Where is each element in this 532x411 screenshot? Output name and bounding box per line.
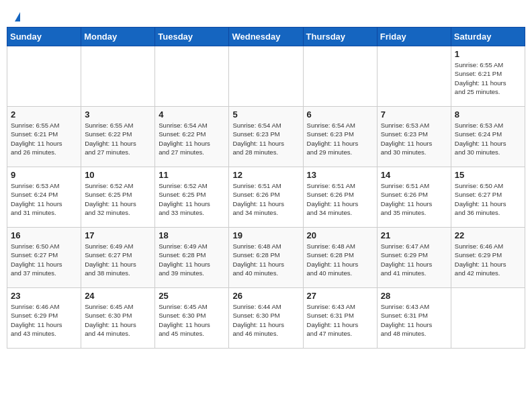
day-number: 10 [85, 170, 151, 180]
calendar-cell [377, 46, 451, 107]
calendar-cell [155, 46, 229, 107]
day-info: Sunrise: 6:47 AM Sunset: 6:29 PM Dayligh… [381, 242, 447, 277]
day-number: 22 [455, 230, 521, 240]
day-info: Sunrise: 6:50 AM Sunset: 6:27 PM Dayligh… [11, 242, 77, 277]
day-info: Sunrise: 6:48 AM Sunset: 6:28 PM Dayligh… [232, 242, 299, 277]
calendar-week-row: 23Sunrise: 6:46 AM Sunset: 6:29 PM Dayli… [7, 288, 525, 349]
day-info: Sunrise: 6:55 AM Sunset: 6:21 PM Dayligh… [11, 121, 77, 156]
day-number: 21 [381, 230, 447, 240]
calendar-cell: 22Sunrise: 6:46 AM Sunset: 6:29 PM Dayli… [451, 228, 525, 288]
calendar-cell: 13Sunrise: 6:51 AM Sunset: 6:26 PM Dayli… [303, 167, 377, 228]
day-info: Sunrise: 6:49 AM Sunset: 6:28 PM Dayligh… [159, 242, 225, 277]
calendar-cell: 10Sunrise: 6:52 AM Sunset: 6:25 PM Dayli… [81, 167, 155, 228]
day-number: 20 [307, 230, 373, 240]
calendar-cell [81, 46, 155, 107]
logo [13, 12, 20, 23]
calendar-cell: 18Sunrise: 6:49 AM Sunset: 6:28 PM Dayli… [155, 228, 229, 288]
day-number: 23 [11, 291, 77, 301]
day-number: 16 [11, 230, 77, 240]
calendar-cell: 6Sunrise: 6:54 AM Sunset: 6:23 PM Daylig… [303, 107, 377, 167]
day-info: Sunrise: 6:50 AM Sunset: 6:27 PM Dayligh… [455, 181, 521, 217]
day-info: Sunrise: 6:53 AM Sunset: 6:24 PM Dayligh… [455, 121, 521, 156]
day-number: 7 [381, 109, 447, 120]
calendar-cell: 9Sunrise: 6:53 AM Sunset: 6:24 PM Daylig… [7, 167, 81, 228]
calendar-cell [229, 46, 303, 107]
calendar-cell: 11Sunrise: 6:52 AM Sunset: 6:25 PM Dayli… [155, 167, 229, 228]
day-number: 15 [455, 170, 521, 180]
day-number: 2 [11, 109, 77, 120]
day-of-week-header: Monday [81, 28, 155, 46]
calendar-cell [451, 288, 525, 349]
calendar-cell: 3Sunrise: 6:55 AM Sunset: 6:22 PM Daylig… [81, 107, 155, 167]
day-of-week-header: Tuesday [155, 28, 229, 46]
day-info: Sunrise: 6:54 AM Sunset: 6:22 PM Dayligh… [159, 121, 225, 156]
day-info: Sunrise: 6:44 AM Sunset: 6:30 PM Dayligh… [232, 302, 299, 338]
calendar-cell: 28Sunrise: 6:43 AM Sunset: 6:31 PM Dayli… [377, 288, 451, 349]
day-number: 13 [307, 170, 373, 180]
calendar-cell: 17Sunrise: 6:49 AM Sunset: 6:27 PM Dayli… [81, 228, 155, 288]
day-info: Sunrise: 6:43 AM Sunset: 6:31 PM Dayligh… [307, 302, 373, 338]
calendar-week-row: 1Sunrise: 6:55 AM Sunset: 6:21 PM Daylig… [7, 46, 525, 107]
day-number: 12 [232, 170, 299, 180]
day-number: 26 [232, 291, 299, 301]
calendar-cell: 1Sunrise: 6:55 AM Sunset: 6:21 PM Daylig… [451, 46, 525, 107]
calendar-cell: 21Sunrise: 6:47 AM Sunset: 6:29 PM Dayli… [377, 228, 451, 288]
day-info: Sunrise: 6:46 AM Sunset: 6:29 PM Dayligh… [11, 302, 77, 338]
day-info: Sunrise: 6:51 AM Sunset: 6:26 PM Dayligh… [307, 181, 373, 217]
day-info: Sunrise: 6:51 AM Sunset: 6:26 PM Dayligh… [232, 181, 299, 217]
day-number: 18 [159, 230, 225, 240]
calendar-week-row: 2Sunrise: 6:55 AM Sunset: 6:21 PM Daylig… [7, 107, 525, 167]
calendar-week-row: 16Sunrise: 6:50 AM Sunset: 6:27 PM Dayli… [7, 228, 525, 288]
day-info: Sunrise: 6:53 AM Sunset: 6:23 PM Dayligh… [381, 121, 447, 156]
day-of-week-header: Thursday [303, 28, 377, 46]
calendar-week-row: 9Sunrise: 6:53 AM Sunset: 6:24 PM Daylig… [7, 167, 525, 228]
day-number: 8 [455, 109, 521, 120]
day-number: 1 [455, 49, 521, 59]
page-header [7, 7, 525, 27]
day-number: 6 [307, 109, 373, 120]
day-number: 3 [85, 109, 151, 120]
calendar-cell: 8Sunrise: 6:53 AM Sunset: 6:24 PM Daylig… [451, 107, 525, 167]
day-info: Sunrise: 6:46 AM Sunset: 6:29 PM Dayligh… [455, 242, 521, 277]
day-info: Sunrise: 6:52 AM Sunset: 6:25 PM Dayligh… [85, 181, 151, 217]
day-number: 14 [381, 170, 447, 180]
day-of-week-header: Friday [377, 28, 451, 46]
day-number: 17 [85, 230, 151, 240]
day-info: Sunrise: 6:49 AM Sunset: 6:27 PM Dayligh… [85, 242, 151, 277]
day-info: Sunrise: 6:52 AM Sunset: 6:25 PM Dayligh… [159, 181, 225, 217]
calendar-cell [7, 46, 81, 107]
day-info: Sunrise: 6:45 AM Sunset: 6:30 PM Dayligh… [159, 302, 225, 338]
logo-triangle-icon [15, 12, 20, 21]
calendar-cell [303, 46, 377, 107]
calendar-cell: 25Sunrise: 6:45 AM Sunset: 6:30 PM Dayli… [155, 288, 229, 349]
calendar-cell: 2Sunrise: 6:55 AM Sunset: 6:21 PM Daylig… [7, 107, 81, 167]
day-of-week-header: Saturday [451, 28, 525, 46]
day-info: Sunrise: 6:45 AM Sunset: 6:30 PM Dayligh… [85, 302, 151, 338]
day-number: 27 [307, 291, 373, 301]
day-info: Sunrise: 6:53 AM Sunset: 6:24 PM Dayligh… [11, 181, 77, 217]
calendar-header-row: SundayMondayTuesdayWednesdayThursdayFrid… [7, 28, 525, 46]
calendar-table: SundayMondayTuesdayWednesdayThursdayFrid… [7, 27, 525, 349]
day-info: Sunrise: 6:55 AM Sunset: 6:22 PM Dayligh… [85, 121, 151, 156]
day-info: Sunrise: 6:51 AM Sunset: 6:26 PM Dayligh… [381, 181, 447, 217]
day-number: 9 [11, 170, 77, 180]
day-info: Sunrise: 6:48 AM Sunset: 6:28 PM Dayligh… [307, 242, 373, 277]
day-number: 11 [159, 170, 225, 180]
calendar-cell: 26Sunrise: 6:44 AM Sunset: 6:30 PM Dayli… [229, 288, 303, 349]
calendar-cell: 27Sunrise: 6:43 AM Sunset: 6:31 PM Dayli… [303, 288, 377, 349]
day-number: 4 [159, 109, 225, 120]
calendar-cell: 12Sunrise: 6:51 AM Sunset: 6:26 PM Dayli… [229, 167, 303, 228]
day-of-week-header: Sunday [7, 28, 81, 46]
day-number: 25 [159, 291, 225, 301]
day-info: Sunrise: 6:54 AM Sunset: 6:23 PM Dayligh… [232, 121, 299, 156]
calendar-cell: 15Sunrise: 6:50 AM Sunset: 6:27 PM Dayli… [451, 167, 525, 228]
calendar-cell: 24Sunrise: 6:45 AM Sunset: 6:30 PM Dayli… [81, 288, 155, 349]
day-of-week-header: Wednesday [229, 28, 303, 46]
calendar-cell: 4Sunrise: 6:54 AM Sunset: 6:22 PM Daylig… [155, 107, 229, 167]
day-number: 5 [232, 109, 299, 120]
calendar-cell: 20Sunrise: 6:48 AM Sunset: 6:28 PM Dayli… [303, 228, 377, 288]
calendar-cell: 7Sunrise: 6:53 AM Sunset: 6:23 PM Daylig… [377, 107, 451, 167]
calendar-cell: 5Sunrise: 6:54 AM Sunset: 6:23 PM Daylig… [229, 107, 303, 167]
day-number: 19 [232, 230, 299, 240]
day-info: Sunrise: 6:43 AM Sunset: 6:31 PM Dayligh… [381, 302, 447, 338]
